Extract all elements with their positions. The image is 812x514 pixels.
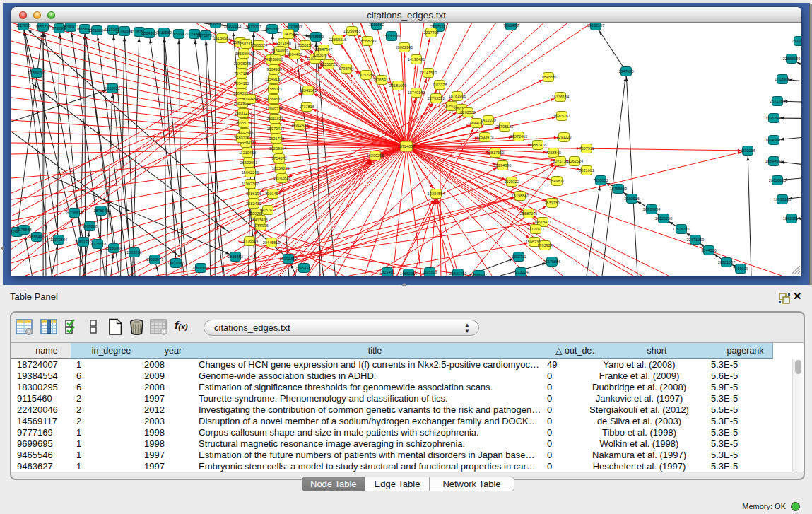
svg-text:19902673: 19902673: [224, 24, 241, 28]
svg-text:2180516: 2180516: [624, 197, 639, 201]
svg-text:26522981: 26522981: [240, 160, 257, 165]
svg-text:16207802: 16207802: [285, 25, 302, 29]
svg-text:9521778: 9521778: [269, 136, 283, 141]
svg-text:22765552: 22765552: [428, 96, 445, 100]
svg-text:1703924: 1703924: [537, 243, 552, 247]
svg-text:18569069: 18569069: [235, 52, 252, 56]
svg-text:20759751: 20759751: [197, 33, 214, 37]
svg-text:2217403: 2217403: [423, 30, 438, 35]
svg-text:22682326: 22682326: [237, 42, 254, 46]
svg-text:9004460: 9004460: [287, 52, 302, 57]
svg-text:18725678: 18725678: [89, 242, 106, 246]
svg-text:12626321: 12626321: [673, 227, 690, 231]
svg-text:10845681: 10845681: [540, 75, 557, 79]
svg-text:26031237: 26031237: [235, 111, 252, 115]
svg-text:9344536: 9344536: [701, 248, 716, 252]
svg-text:20445819: 20445819: [263, 240, 280, 245]
svg-text:8458889: 8458889: [308, 35, 323, 39]
svg-text:20606689: 20606689: [192, 266, 209, 270]
svg-text:7854192: 7854192: [234, 81, 249, 86]
svg-text:1395518: 1395518: [422, 270, 437, 274]
svg-text:18724007: 18724007: [398, 144, 415, 148]
svg-text:12355721: 12355721: [320, 62, 337, 66]
svg-text:16975761: 16975761: [553, 114, 570, 118]
svg-text:9504966: 9504966: [266, 67, 281, 71]
svg-text:15730689: 15730689: [383, 34, 400, 38]
svg-text:19776619: 19776619: [241, 239, 258, 243]
svg-text:7268840: 7268840: [546, 151, 560, 155]
svg-text:22864703: 22864703: [28, 71, 45, 75]
svg-text:22888689: 22888689: [783, 57, 800, 61]
svg-text:11549131: 11549131: [265, 77, 282, 81]
svg-text:20082940: 20082940: [396, 45, 413, 49]
svg-text:7361485: 7361485: [503, 23, 518, 28]
svg-text:26568299: 26568299: [359, 39, 376, 43]
svg-text:19887476: 19887476: [529, 143, 546, 147]
svg-text:1902711: 1902711: [511, 255, 526, 259]
svg-text:1858866: 1858866: [268, 57, 283, 62]
svg-text:26281687: 26281687: [718, 260, 735, 264]
svg-text:16844003: 16844003: [765, 159, 782, 163]
svg-text:8262536: 8262536: [460, 110, 475, 115]
svg-text:7169019: 7169019: [733, 267, 748, 271]
svg-text:10252954: 10252954: [358, 73, 375, 77]
svg-text:22817360: 22817360: [487, 151, 504, 155]
svg-text:1750142: 1750142: [171, 32, 186, 36]
svg-text:14755639: 14755639: [610, 187, 627, 191]
svg-text:22676856: 22676856: [543, 259, 560, 264]
svg-text:11342884: 11342884: [50, 238, 67, 242]
svg-text:18334035: 18334035: [272, 166, 289, 170]
svg-text:9754572: 9754572: [271, 156, 286, 160]
svg-text:22831710: 22831710: [449, 271, 466, 276]
svg-text:7547186: 7547186: [234, 71, 249, 76]
svg-text:12393979: 12393979: [476, 135, 493, 139]
svg-text:26938954: 26938954: [643, 207, 660, 211]
svg-text:26947847: 26947847: [315, 47, 332, 52]
svg-text:11210453: 11210453: [239, 151, 256, 155]
svg-text:22136904: 22136904: [105, 246, 122, 250]
svg-text:22953331: 22953331: [295, 266, 312, 270]
svg-text:1378848: 1378848: [16, 228, 31, 232]
svg-text:26111821: 26111821: [266, 117, 283, 121]
svg-text:22181699: 22181699: [389, 83, 406, 88]
svg-text:2582439: 2582439: [246, 201, 261, 206]
svg-text:1321461: 1321461: [379, 270, 394, 274]
svg-text:22398045: 22398045: [234, 62, 251, 66]
svg-text:1117850: 1117850: [16, 23, 31, 28]
svg-text:8564363: 8564363: [141, 31, 156, 35]
svg-text:1551716: 1551716: [35, 25, 50, 29]
svg-text:26736818: 26736818: [66, 211, 83, 215]
svg-text:14198481: 14198481: [408, 57, 425, 62]
svg-text:22368315: 22368315: [329, 37, 346, 42]
svg-text:25992352: 25992352: [280, 257, 297, 261]
svg-text:1851337: 1851337: [264, 27, 279, 31]
svg-text:9286196: 9286196: [246, 192, 261, 196]
svg-text:1718906: 1718906: [775, 77, 789, 81]
svg-text:11544999: 11544999: [271, 49, 288, 53]
svg-text:16336154: 16336154: [552, 95, 569, 99]
svg-text:2888446: 2888446: [29, 235, 44, 239]
svg-text:25265917: 25265917: [373, 78, 390, 82]
svg-text:20294880: 20294880: [494, 163, 511, 168]
svg-text:11902367: 11902367: [242, 182, 259, 186]
svg-text:1876643: 1876643: [93, 209, 108, 213]
svg-text:1602852: 1602852: [105, 86, 119, 90]
svg-text:7607911: 7607911: [579, 146, 594, 151]
svg-text:12056963: 12056963: [343, 29, 360, 33]
svg-text:2838383: 2838383: [228, 255, 242, 259]
svg-text:9960808: 9960808: [82, 224, 97, 228]
svg-text:12869236: 12869236: [266, 107, 283, 111]
svg-text:1347680: 1347680: [618, 69, 633, 74]
svg-text:2480220: 2480220: [234, 136, 249, 140]
svg-text:20342342: 20342342: [300, 88, 317, 93]
svg-text:1549817: 1549817: [549, 179, 564, 183]
svg-text:18781906: 18781906: [449, 94, 466, 98]
svg-text:15130582: 15130582: [213, 36, 230, 40]
svg-text:12702838: 12702838: [273, 176, 290, 180]
svg-text:25970434: 25970434: [267, 127, 284, 131]
svg-text:8555157: 8555157: [298, 43, 312, 47]
svg-text:18430817: 18430817: [783, 216, 800, 221]
svg-text:9099484: 9099484: [242, 97, 257, 101]
svg-text:10095136: 10095136: [774, 197, 791, 201]
svg-text:11147542: 11147542: [280, 32, 297, 36]
